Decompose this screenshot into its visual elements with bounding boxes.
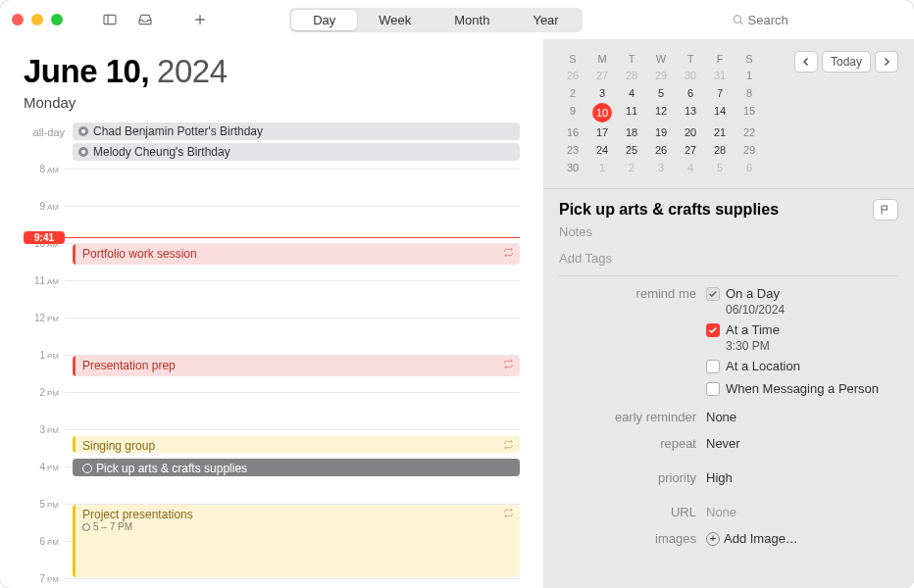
mini-day[interactable]: 15 [736, 102, 763, 123]
priority-label: priority [559, 470, 706, 485]
url-value[interactable]: None [706, 505, 898, 519]
mini-day[interactable]: 1 [588, 159, 616, 176]
mini-day[interactable]: 19 [647, 123, 675, 141]
prev-month-button[interactable] [794, 51, 818, 73]
next-month-button[interactable] [875, 51, 898, 73]
search-field[interactable] [726, 11, 902, 29]
early-reminder-value[interactable]: None [706, 410, 898, 424]
mini-day[interactable]: 26 [647, 141, 675, 159]
mini-day[interactable]: 2 [618, 159, 645, 176]
mini-day[interactable]: 20 [677, 123, 704, 141]
on-a-day-value[interactable]: 06/10/2024 [706, 303, 898, 317]
mini-day[interactable]: 16 [559, 123, 586, 141]
month-day-label: June 10, [24, 53, 149, 90]
view-switcher: DayWeekMonthYear [289, 8, 583, 32]
mini-day[interactable]: 1 [736, 67, 763, 84]
mini-day[interactable]: 4 [618, 84, 645, 102]
remind-me-label: remind me [559, 286, 706, 398]
event-project[interactable]: Project presentations5 – 7 PM [73, 505, 520, 577]
mini-day[interactable]: 9 [559, 102, 586, 123]
repeat-icon [503, 508, 514, 521]
mini-day[interactable]: 11 [618, 102, 645, 123]
view-tab-month[interactable]: Month [432, 10, 511, 30]
mini-day[interactable]: 10 [592, 103, 612, 122]
mini-day[interactable]: 14 [706, 102, 734, 123]
mini-day[interactable]: 26 [559, 67, 586, 84]
hour-label: 6 PM [24, 536, 65, 547]
search-icon [732, 13, 744, 26]
mini-day[interactable]: 18 [618, 123, 645, 141]
current-time-indicator: 9:41 [24, 231, 520, 244]
event-pickup[interactable]: Pick up arts & crafts supplies [73, 459, 520, 477]
mini-day[interactable]: 23 [559, 141, 586, 159]
tags-field[interactable]: Add Tags [559, 245, 898, 276]
mini-day[interactable]: 25 [618, 141, 645, 159]
on-a-day-checkbox[interactable] [706, 287, 720, 301]
day-view: June 10, 2024 Monday all-day Chad Benjam… [0, 39, 543, 588]
mini-day[interactable]: 13 [677, 102, 704, 123]
mini-day[interactable]: 3 [588, 84, 616, 102]
view-tab-day[interactable]: Day [291, 10, 357, 30]
notes-field[interactable]: Notes [559, 224, 898, 245]
mini-day[interactable]: 29 [647, 67, 675, 84]
today-button[interactable]: Today [822, 51, 871, 73]
zoom-window-button[interactable] [51, 14, 63, 25]
event-portfolio[interactable]: Portfolio work session [73, 244, 520, 265]
early-reminder-label: early reminder [559, 410, 706, 424]
url-label: URL [559, 505, 706, 519]
now-time-badge: 9:41 [24, 231, 65, 244]
add-image-button[interactable]: + Add Image… [706, 531, 898, 546]
mini-day[interactable]: 30 [559, 159, 586, 176]
minimize-window-button[interactable] [31, 14, 43, 25]
repeat-value[interactable]: Never [706, 436, 898, 451]
mini-day[interactable]: 7 [706, 84, 734, 102]
flag-button[interactable] [873, 199, 898, 220]
sidebar-toggle-icon[interactable] [96, 9, 124, 30]
hour-label: 12 PM [24, 313, 65, 323]
hour-label: 7 PM [24, 573, 65, 584]
event-prep[interactable]: Presentation prep [73, 356, 520, 376]
mini-day[interactable]: 5 [647, 84, 675, 102]
mini-day-header: W [647, 51, 675, 67]
at-location-checkbox[interactable] [706, 360, 720, 373]
mini-day[interactable]: 6 [736, 159, 763, 176]
mini-day[interactable]: 21 [706, 123, 734, 141]
close-window-button[interactable] [12, 14, 24, 25]
search-input[interactable] [748, 13, 896, 27]
calendar-dot-icon [78, 126, 88, 136]
mini-day[interactable]: 28 [618, 67, 645, 84]
mini-day[interactable]: 27 [677, 141, 704, 159]
mini-day[interactable]: 27 [588, 67, 616, 84]
mini-day[interactable]: 5 [706, 159, 734, 176]
inbox-icon[interactable] [131, 9, 159, 30]
view-tab-year[interactable]: Year [511, 10, 580, 30]
mini-day[interactable]: 4 [677, 159, 704, 176]
mini-day[interactable]: 29 [736, 141, 763, 159]
reminder-title[interactable]: Pick up arts & crafts supplies [559, 201, 779, 219]
add-event-icon[interactable] [186, 9, 214, 30]
mini-day[interactable]: 31 [706, 67, 734, 84]
mini-day[interactable]: 8 [736, 84, 763, 102]
allday-event[interactable]: Melody Cheung's Birthday [73, 143, 520, 161]
mini-day[interactable]: 30 [677, 67, 704, 84]
all-day-label: all-day [24, 122, 65, 161]
mini-day[interactable]: 17 [588, 123, 616, 141]
mini-day[interactable]: 2 [559, 84, 586, 102]
timeline[interactable]: 8 AM9 AM10 AM11 AM12 PM1 PM2 PM3 PM4 PM5… [24, 169, 520, 588]
mini-day[interactable]: 28 [706, 141, 734, 159]
mini-day[interactable]: 24 [588, 141, 616, 159]
view-tab-week[interactable]: Week [357, 10, 432, 30]
mini-day[interactable]: 22 [736, 123, 763, 141]
weekday-label: Monday [24, 94, 520, 111]
at-a-time-checkbox[interactable] [706, 323, 720, 337]
mini-day[interactable]: 12 [647, 102, 675, 123]
mini-day[interactable]: 3 [647, 159, 675, 176]
at-a-time-value[interactable]: 3:30 PM [706, 339, 898, 353]
event-singing[interactable]: Singing group [73, 436, 520, 453]
mini-day[interactable]: 6 [677, 84, 704, 102]
hour-label: 9 AM [24, 201, 65, 212]
allday-event[interactable]: Chad Benjamin Potter's Birthday [73, 122, 520, 140]
svg-point-4 [734, 16, 740, 23]
priority-value[interactable]: High [706, 470, 898, 485]
when-messaging-checkbox[interactable] [706, 382, 720, 396]
